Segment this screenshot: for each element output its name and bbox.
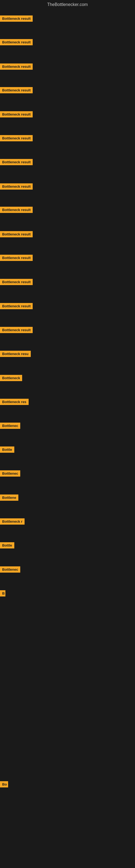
bottleneck-item: Bottleneck result (0, 207, 33, 214)
bottleneck-item: Bottleneck result (0, 159, 33, 166)
bottleneck-label: Bottleneck result (0, 16, 33, 22)
bottleneck-item: Bottleneck r (0, 518, 25, 526)
bottleneck-item: Bottleneck result (0, 135, 33, 143)
bottleneck-label: Bottleneck result (0, 135, 33, 141)
bottleneck-label: Bottle (0, 446, 14, 453)
bottleneck-label: Bo (0, 781, 8, 787)
bottleneck-item: Bottleneck result (0, 39, 33, 46)
bottleneck-item: Bottleneck res (0, 399, 29, 406)
bottleneck-label: Bottlene (0, 495, 18, 501)
bottleneck-item: Bottleneck result (0, 303, 33, 310)
bottleneck-label: Bottleneck r (0, 518, 25, 525)
bottleneck-label: Bottleneck result (0, 63, 33, 70)
bottleneck-label: Bottleneck result (0, 303, 33, 309)
bottleneck-label: Bottleneck res (0, 399, 29, 405)
bottleneck-item: Bottleneck result (0, 63, 33, 71)
bottleneck-label: B (0, 590, 5, 596)
bottleneck-item: Bottleneck result (0, 327, 33, 334)
bottleneck-item: Bottleneck result (0, 111, 33, 119)
bottleneck-label: Bottlenec (0, 470, 20, 476)
bottleneck-label: Bottleneck result (0, 183, 33, 190)
bottleneck-label: Bottleneck resu (0, 351, 31, 357)
bottleneck-item: Bottleneck result (0, 255, 33, 262)
bottleneck-item: Bo (0, 781, 8, 788)
bottleneck-label: Bottleneck result (0, 231, 33, 237)
bottleneck-item: Bottleneck result (0, 16, 33, 23)
bottleneck-item: Bottlenec (0, 566, 20, 574)
bottleneck-item: Bottlenec (0, 423, 20, 430)
bottleneck-item: Bottleneck result (0, 231, 33, 239)
bottleneck-item: Bottleneck result (0, 87, 33, 94)
bottleneck-item: B (0, 590, 5, 597)
bottleneck-item: Bottlene (0, 495, 18, 502)
bottleneck-item: Bottleneck resu (0, 351, 31, 358)
bottleneck-label: Bottleneck result (0, 87, 33, 93)
bottleneck-label: Bottleneck result (0, 207, 33, 213)
bottleneck-label: Bottleneck result (0, 255, 33, 261)
bottleneck-item: Bottle (0, 542, 14, 550)
bottleneck-label: Bottlenec (0, 423, 20, 429)
bottleneck-label: Bottleneck result (0, 39, 33, 45)
bottleneck-label: Bottlenec (0, 566, 20, 572)
bottleneck-item: Bottleneck result (0, 183, 33, 191)
bottleneck-label: Bottleneck result (0, 111, 33, 118)
bottleneck-item: Bottleneck (0, 375, 22, 382)
bottleneck-label: Bottleneck (0, 375, 22, 381)
bottleneck-label: Bottleneck result (0, 279, 33, 285)
bottleneck-item: Bottlenec (0, 470, 20, 478)
bottleneck-item: Bottleneck result (0, 279, 33, 286)
bottleneck-label: Bottleneck result (0, 159, 33, 165)
bottleneck-label: Bottleneck result (0, 327, 33, 333)
bottleneck-item: Bottle (0, 446, 14, 454)
site-title: TheBottlenecker.com (0, 0, 135, 9)
bottleneck-label: Bottle (0, 542, 14, 549)
